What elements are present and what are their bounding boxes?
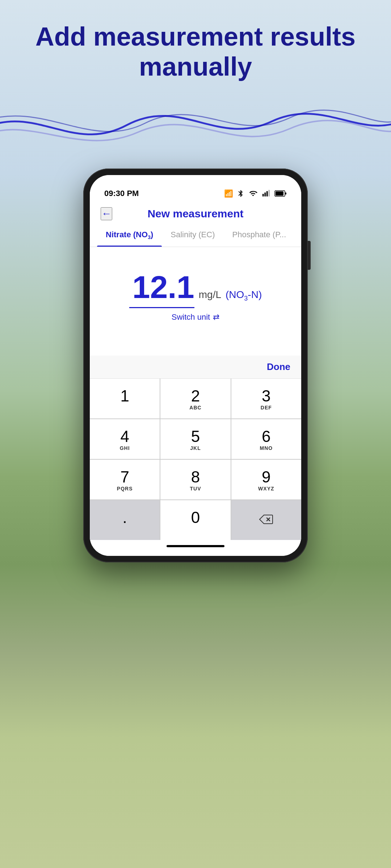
signal-icon	[261, 190, 271, 197]
battery-icon	[274, 190, 287, 197]
done-button[interactable]: Done	[267, 361, 290, 373]
measurement-unit: mg/L	[199, 289, 221, 301]
home-indicator	[90, 540, 301, 556]
keyboard-done-row: Done	[90, 356, 301, 379]
bluetooth-icon	[237, 190, 245, 197]
svg-rect-0	[262, 194, 264, 196]
tab-phosphate[interactable]: Phosphate (P...	[224, 224, 295, 247]
backspace-icon	[258, 514, 274, 528]
home-bar	[167, 545, 224, 547]
wave-decoration	[0, 96, 391, 161]
tab-nitrate[interactable]: Nitrate (NO3)	[97, 224, 162, 247]
measurement-value[interactable]: 12.1	[129, 269, 194, 308]
svg-rect-5	[276, 191, 283, 196]
key-6[interactable]: 6 MNO	[231, 419, 301, 459]
key-1[interactable]: 1	[90, 379, 160, 418]
key-4[interactable]: 4 GHI	[90, 419, 160, 459]
tab-salinity[interactable]: Salinity (EC)	[162, 224, 223, 247]
status-time: 09:30 PM	[104, 189, 139, 198]
phone-screen: 09:30 PM 📶 ← New measurement	[90, 175, 301, 556]
measurement-value-row: 12.1 mg/L (NO3-N)	[129, 269, 262, 308]
svg-rect-3	[268, 190, 270, 196]
key-9[interactable]: 9 WXYZ	[231, 460, 301, 499]
svg-rect-6	[285, 192, 286, 195]
key-decimal[interactable]: .	[90, 500, 160, 540]
wifi-icon	[248, 190, 258, 197]
key-8[interactable]: 8 TUV	[160, 460, 230, 499]
key-0[interactable]: 0	[160, 500, 230, 540]
phone-container: 09:30 PM 📶 ← New measurement	[0, 169, 391, 562]
measurement-area: 12.1 mg/L (NO3-N) Switch unit ⇄	[90, 247, 301, 356]
app-header: ← New measurement	[90, 202, 301, 224]
key-3[interactable]: 3 DEF	[231, 379, 301, 418]
switch-unit-button[interactable]: Switch unit ⇄	[172, 312, 219, 322]
notch-area	[90, 175, 301, 182]
status-bar: 09:30 PM 📶	[90, 182, 301, 202]
status-icons-group: 📶	[224, 189, 287, 198]
backspace-button[interactable]	[231, 500, 301, 540]
tabs-container: Nitrate (NO3) Salinity (EC) Phosphate (P…	[90, 224, 301, 247]
svg-rect-1	[264, 192, 266, 196]
page-wrapper: Add measurement results manually 09:30 P…	[0, 0, 391, 868]
key-5[interactable]: 5 JKL	[160, 419, 230, 459]
screen-title: New measurement	[147, 208, 243, 220]
key-7[interactable]: 7 PQRS	[90, 460, 160, 499]
keyboard-grid: 1 2 ABC 3 DEF 4	[90, 379, 301, 540]
back-button[interactable]: ←	[101, 207, 112, 220]
keyboard-container: Done 1 2 ABC 3	[90, 356, 301, 540]
svg-rect-2	[266, 191, 268, 196]
measurement-type: (NO3-N)	[226, 289, 262, 302]
bluetooth-icon: 📶	[224, 189, 233, 198]
side-button	[308, 241, 311, 270]
phone-frame: 09:30 PM 📶 ← New measurement	[83, 169, 308, 562]
key-2[interactable]: 2 ABC	[160, 379, 230, 418]
page-title: Add measurement results manually	[29, 22, 362, 82]
header-area: Add measurement results manually	[0, 0, 391, 82]
